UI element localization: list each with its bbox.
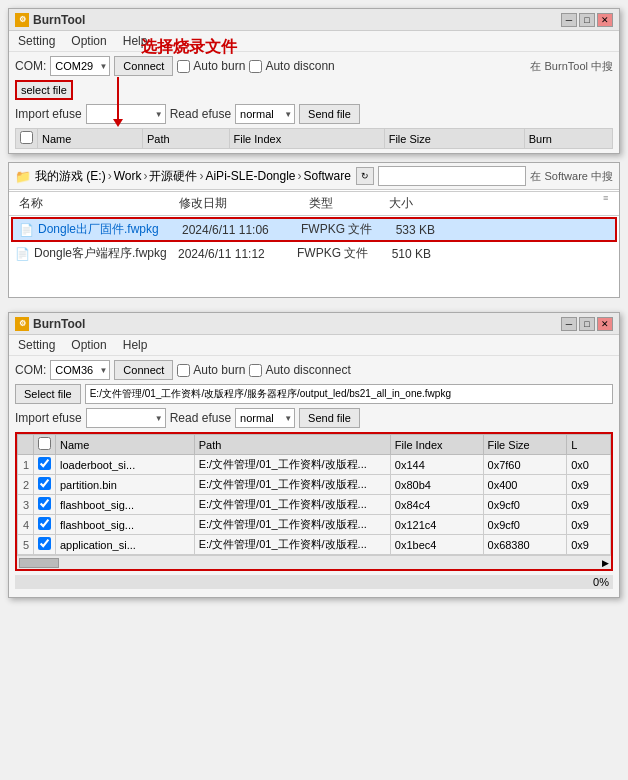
bottom-close-button[interactable]: ✕ [597, 317, 613, 331]
file-type-2: FWPKG 文件 [297, 245, 377, 262]
file-row-1[interactable]: 📄 Dongle出厂固件.fwpkg 2024/6/11 11:06 FWPKG… [11, 217, 617, 242]
nav-part-1: 我的游戏 (E:) [35, 168, 106, 185]
bottom-auto-burn-label: Auto burn [193, 363, 245, 377]
com-select[interactable]: COM29 [50, 56, 110, 76]
bottom-auto-burn-check[interactable] [177, 364, 190, 377]
select-file-row: select file [15, 80, 613, 100]
connect-button[interactable]: Connect [114, 56, 173, 76]
bottom-com-select[interactable]: COM36 [50, 360, 110, 380]
table-select-all[interactable] [20, 131, 33, 144]
file-date-1: 2024/6/11 11:06 [182, 223, 297, 237]
bottom-connect-button[interactable]: Connect [114, 360, 173, 380]
row-index: 0x80b4 [390, 475, 483, 495]
data-table-container: Name Path File Index File Size L 1 loade… [15, 432, 613, 571]
file-name-2: Dongle客户端程序.fwpkg [34, 245, 174, 262]
bottom-send-file-button[interactable]: Send file [299, 408, 360, 428]
horizontal-scrollbar[interactable]: ▶ [17, 555, 611, 569]
row-checkbox[interactable] [38, 497, 51, 510]
nav-part-3: 开源硬件 [149, 168, 197, 185]
bottom-menu-option[interactable]: Option [68, 337, 109, 353]
menu-help[interactable]: Help [120, 33, 151, 49]
th-size-bottom: File Size [483, 435, 567, 455]
row-check[interactable] [34, 515, 56, 535]
table-row: 4 flashboot_sig... E:/文件管理/01_工作资料/改版程..… [18, 515, 611, 535]
folder-icon: 📁 [15, 169, 31, 184]
row-last: 0x0 [567, 455, 611, 475]
row-num: 2 [18, 475, 34, 495]
file-type-1: FWPKG 文件 [301, 221, 381, 238]
bottom-minimize-button[interactable]: ─ [561, 317, 577, 331]
file-name-1: Dongle出厂固件.fwpkg [38, 221, 178, 238]
bottom-select-file-button[interactable]: Select file [15, 384, 81, 404]
th-burn: Burn [524, 129, 612, 149]
bottom-import-efuse-select[interactable] [86, 408, 166, 428]
minimize-button[interactable]: ─ [561, 13, 577, 27]
row-path: E:/文件管理/01_工作资料/改版程... [194, 495, 390, 515]
data-table: Name Path File Index File Size L 1 loade… [17, 434, 611, 555]
read-efuse-select[interactable]: normal [235, 104, 295, 124]
window-title: BurnTool [33, 13, 85, 27]
table-row: 2 partition.bin E:/文件管理/01_工作资料/改版程... 0… [18, 475, 611, 495]
menu-setting[interactable]: Setting [15, 33, 58, 49]
scroll-right-arrow[interactable]: ▶ [602, 558, 609, 568]
row-index: 0x84c4 [390, 495, 483, 515]
row-size: 0x68380 [483, 535, 567, 555]
send-file-button[interactable]: Send file [299, 104, 360, 124]
th-check [16, 129, 38, 149]
row-last: 0x9 [567, 475, 611, 495]
row-check[interactable] [34, 475, 56, 495]
file-icon-2: 📄 [15, 247, 30, 261]
th-path: Path [142, 129, 229, 149]
explorer-search[interactable] [378, 166, 526, 186]
row-check[interactable] [34, 455, 56, 475]
row-name: flashboot_sig... [56, 515, 195, 535]
import-efuse-select[interactable] [86, 104, 166, 124]
row-path: E:/文件管理/01_工作资料/改版程... [194, 475, 390, 495]
row-checkbox[interactable] [38, 517, 51, 530]
bottom-maximize-button[interactable]: □ [579, 317, 595, 331]
row-checkbox[interactable] [38, 537, 51, 550]
row-index: 0x1bec4 [390, 535, 483, 555]
bottom-menu-help[interactable]: Help [120, 337, 151, 353]
scroll-indicator: ≡ [603, 193, 613, 214]
import-efuse-row: Import efuse Read efuse normal Send file [15, 104, 613, 124]
bottom-menu-setting[interactable]: Setting [15, 337, 58, 353]
bottom-auto-disconnect-check[interactable] [249, 364, 262, 377]
bottom-file-path-input[interactable] [85, 384, 613, 404]
menu-option[interactable]: Option [68, 33, 109, 49]
bottom-read-efuse-select[interactable]: normal [235, 408, 295, 428]
close-button[interactable]: ✕ [597, 13, 613, 27]
th-file-index: File Index [229, 129, 384, 149]
nav-part-4: AiPi-SLE-Dongle [205, 169, 295, 183]
row-check[interactable] [34, 535, 56, 555]
top-menu-bar: Setting Option Help [9, 31, 619, 52]
scroll-thumb[interactable] [19, 558, 59, 568]
th-path-bottom: Path [194, 435, 390, 455]
row-index: 0x121c4 [390, 515, 483, 535]
auto-disconn-check[interactable] [249, 60, 262, 73]
top-file-table: Name Path File Index File Size Burn [15, 128, 613, 149]
file-list: 📄 Dongle出厂固件.fwpkg 2024/6/11 11:06 FWPKG… [9, 217, 619, 297]
maximize-button[interactable]: □ [579, 13, 595, 27]
bottom-auto-disconnect-label: Auto disconnect [265, 363, 350, 377]
row-checkbox[interactable] [38, 477, 51, 490]
top-title-bar: ⚙ BurnTool ─ □ ✕ [9, 9, 619, 31]
row-last: 0x9 [567, 515, 611, 535]
bottom-table-select-all[interactable] [38, 437, 51, 450]
auto-burn-check[interactable] [177, 60, 190, 73]
select-file-button[interactable]: select file [15, 80, 73, 100]
row-check[interactable] [34, 495, 56, 515]
row-num: 1 [18, 455, 34, 475]
explorer-nav: 📁 我的游戏 (E:) › Work › 开源硬件 › AiPi-SLE-Don… [9, 163, 619, 190]
col-header-size: 大小 [385, 193, 435, 214]
file-date-2: 2024/6/11 11:12 [178, 247, 293, 261]
row-checkbox[interactable] [38, 457, 51, 470]
nav-path: 我的游戏 (E:) › Work › 开源硬件 › AiPi-SLE-Dongl… [35, 168, 352, 185]
row-last: 0x9 [567, 535, 611, 555]
row-size: 0x9cf0 [483, 515, 567, 535]
import-efuse-label: Import efuse [15, 107, 82, 121]
bottom-read-efuse-label: Read efuse [170, 411, 231, 425]
file-row-2[interactable]: 📄 Dongle客户端程序.fwpkg 2024/6/11 11:12 FWPK… [9, 243, 619, 264]
bottom-com-label: COM: [15, 363, 46, 377]
refresh-button[interactable]: ↻ [356, 167, 374, 185]
